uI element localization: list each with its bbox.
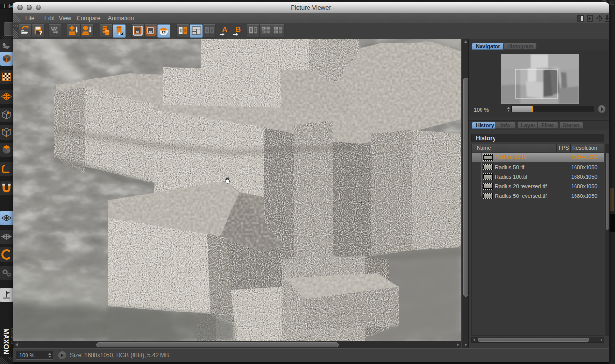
svg-text:A: A (262, 27, 264, 30)
svg-text:B: B (236, 26, 241, 33)
svg-text:1: 1 (118, 31, 120, 36)
svg-text:A: A (222, 26, 227, 33)
svg-text:A: A (275, 27, 277, 30)
svg-text:?: ? (39, 30, 42, 36)
svg-text:B: B (275, 30, 277, 33)
svg-text:B: B (279, 27, 281, 30)
svg-text:A: A (279, 30, 281, 33)
svg-text:B: B (262, 30, 264, 33)
